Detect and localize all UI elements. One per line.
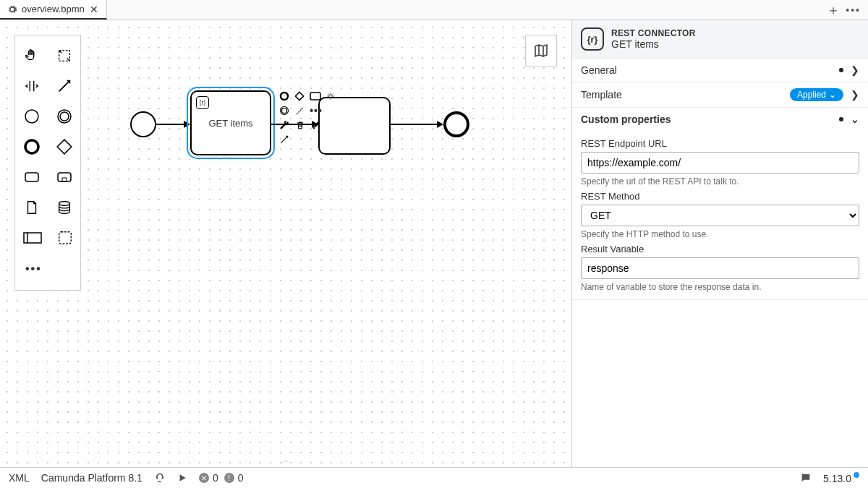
xml-toggle[interactable]: XML [9,472,30,484]
svg-rect-5 [57,140,72,154]
more-actions-icon[interactable]: ••• [310,105,322,116]
group-icon[interactable] [57,230,73,248]
gear-icon [7,4,17,14]
svg-point-16 [329,95,333,98]
data-store-icon[interactable] [56,199,72,218]
error-icon: ✕ [199,473,209,483]
template-applied-badge[interactable]: Applied ⌄ [790,88,843,101]
result-label: Result Variable [581,244,859,254]
tab-filename: overview.bpmn [22,4,85,14]
append-task-icon[interactable] [310,90,321,102]
section-title: General [581,64,617,76]
custom-properties-body: REST Endpoint URL Specify the url of the… [572,131,868,299]
svg-rect-12 [59,231,71,244]
svg-rect-10 [24,233,41,243]
tool-palette: ••• [14,35,81,291]
chevron-down-icon: ⌄ [851,114,859,125]
panel-name: GET items [611,38,696,50]
tab-overview[interactable]: overview.bpmn ✕ [0,0,107,20]
append-end-event-icon[interactable] [278,90,289,102]
panel-header: {r} REST CONNECTOR GET items [572,20,868,59]
svg-rect-7 [58,173,71,181]
panel-type: REST CONNECTOR [611,28,696,38]
more-tools-icon[interactable]: ••• [25,262,42,275]
bpmn-start-event[interactable] [130,111,156,137]
svg-point-9 [59,201,69,205]
svg-point-4 [25,140,38,153]
append-gateway-icon[interactable] [294,90,305,102]
platform-label[interactable]: Camunda Platform 8.1 [41,472,142,484]
chevron-right-icon: ❯ [851,64,859,76]
indicator-dot-icon [839,117,843,121]
section-custom-properties[interactable]: Custom properties ⌄ [572,108,868,131]
version-label[interactable]: 5.13.0 [823,472,859,484]
color-icon[interactable] [310,119,322,131]
task-icon[interactable] [23,168,41,188]
section-template[interactable]: Template Applied ⌄ ❯ [572,82,868,107]
section-general[interactable]: General ❯ [572,59,868,82]
svg-rect-15 [310,93,320,100]
play-icon[interactable] [177,473,187,483]
data-object-icon[interactable] [24,199,40,218]
method-label: REST Method [581,191,859,202]
chevron-down-icon: ⌄ [829,90,836,100]
subprocess-icon[interactable] [56,168,73,188]
new-tab-button[interactable]: ＋ [827,1,840,19]
bpmn-task-selected[interactable]: {r} GET items [190,90,271,155]
url-label: REST Endpoint URL [581,138,859,149]
svg-rect-14 [295,92,303,100]
append-intermediate-event-icon[interactable] [278,105,290,116]
wrench-icon[interactable] [278,119,290,131]
status-bar: XML Camunda Platform 8.1 ✕0 !0 5.13.0 [0,467,868,488]
lasso-tool-icon[interactable] [56,48,72,66]
main-area: ••• {r} GET items [0,20,868,467]
result-variable-input[interactable] [581,257,859,279]
map-icon [532,42,550,59]
intermediate-event-icon[interactable] [56,108,73,127]
problems-indicator[interactable]: ✕0 !0 [199,472,244,484]
connector-icon: {r} [581,27,604,51]
svg-point-3 [60,112,69,121]
context-pad: ••• [278,90,336,148]
svg-rect-6 [25,173,38,181]
minimap-toggle[interactable] [525,35,557,67]
annotation-icon[interactable] [294,105,306,116]
task-label: GET items [208,118,252,129]
panel-drag-handle[interactable]: ︿ [282,455,289,466]
space-tool-icon[interactable] [24,78,40,96]
svg-point-13 [281,93,288,100]
start-event-icon[interactable] [23,108,41,127]
rest-endpoint-url-input[interactable] [581,152,859,174]
url-help: Specify the url of the REST API to talk … [581,176,859,187]
section-title: Custom properties [581,114,671,125]
bpmn-end-event[interactable] [443,111,469,137]
svg-point-1 [25,110,38,123]
result-help: Name of variable to store the response d… [581,282,859,292]
warning-icon: ! [224,473,234,483]
rocket-icon[interactable] [154,472,166,484]
end-event-icon[interactable] [23,138,41,158]
properties-panel: {r} REST CONNECTOR GET items General ❯ T… [571,20,868,467]
method-help: Specify the HTTP method to use. [581,229,859,239]
more-menu-icon[interactable]: ••• [846,4,861,16]
svg-point-18 [282,108,287,114]
close-icon[interactable]: ✕ [89,4,99,14]
feedback-icon[interactable] [800,472,812,484]
connector-badge-icon: {r} [196,96,209,109]
global-connect-tool-icon[interactable] [56,78,72,96]
delete-icon[interactable] [294,119,306,131]
bpmn-canvas[interactable]: ••• {r} GET items [0,20,571,467]
rest-method-select[interactable]: GET [581,205,859,226]
indicator-dot-icon [839,68,843,72]
change-type-icon[interactable] [326,90,336,102]
connect-icon[interactable] [278,134,290,145]
update-dot-icon [854,472,859,478]
section-title: Template [581,89,622,100]
tab-bar: overview.bpmn ✕ ＋ ••• [0,0,868,20]
hand-tool-icon[interactable] [24,48,40,66]
participant-icon[interactable] [23,231,42,247]
gateway-icon[interactable] [56,138,73,158]
chevron-right-icon: ❯ [851,89,859,100]
